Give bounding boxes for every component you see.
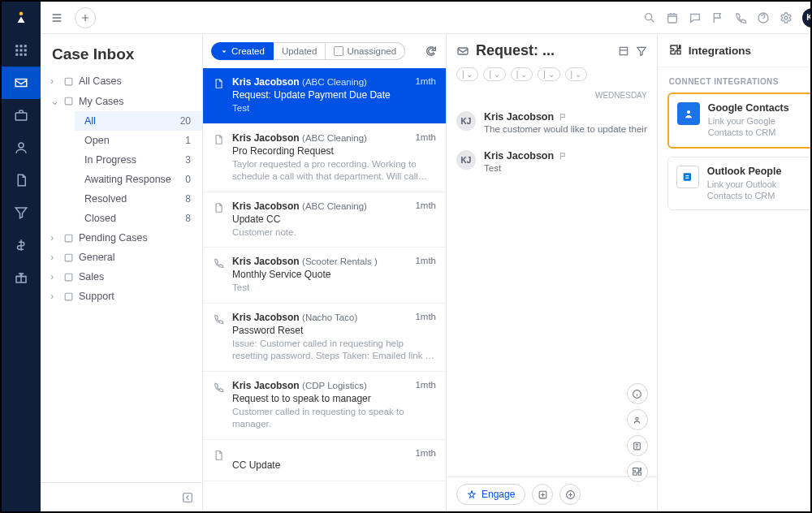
integrations-panel: Integrations CONNECT INTEGRATIONS Google… [658, 34, 812, 511]
refresh-icon[interactable] [425, 45, 438, 58]
rail-billing[interactable] [2, 229, 41, 261]
rail-gift[interactable] [2, 261, 41, 294]
phone-icon[interactable] [734, 11, 747, 24]
top-bar: KJ [41, 2, 812, 34]
filter-all[interactable]: All20 [75, 111, 202, 131]
rail-apps[interactable] [2, 34, 41, 67]
integration-google[interactable]: Google ContactsLink your Google Contacts… [667, 93, 812, 149]
message[interactable]: KJKris Jacobson Test [447, 142, 657, 181]
sidebar: Case Inbox › All Cases ⌄ My Cases All20O… [41, 34, 203, 511]
tab-updated[interactable]: Updated [274, 42, 326, 60]
left-rail [2, 2, 41, 511]
folder-general[interactable]: ›General [41, 248, 202, 267]
svg-rect-19 [65, 235, 72, 242]
panel-section-label: CONNECT INTEGRATIONS [658, 67, 812, 93]
filter-in-progress[interactable]: In Progress3 [75, 150, 202, 170]
collapse-sidebar-icon[interactable] [181, 491, 194, 504]
close-icon[interactable] [809, 45, 812, 56]
tag[interactable]: | ⌄ [538, 67, 559, 81]
avatar: KJ [456, 111, 476, 131]
detail-title: Request: ... [476, 42, 611, 59]
tag-row: | ⌄ | ⌄ | ⌄ | ⌄ | ⌄ [447, 67, 657, 88]
search-icon[interactable] [643, 11, 656, 24]
puzzle-small-icon[interactable] [627, 461, 648, 482]
mail-icon [456, 45, 469, 58]
folder-icon [63, 76, 74, 87]
rail-docs[interactable] [2, 164, 41, 196]
case-item[interactable]: 1mthCC Update [203, 440, 446, 481]
folder-sales[interactable]: ›Sales [41, 267, 202, 287]
panel-title: Integrations [689, 45, 802, 57]
note-icon[interactable] [627, 435, 648, 456]
svg-point-0 [19, 12, 24, 16]
svg-rect-18 [65, 97, 72, 105]
info-icon[interactable] [627, 383, 648, 404]
rail-briefcase[interactable] [2, 99, 41, 131]
svg-rect-21 [65, 274, 72, 281]
svg-rect-4 [15, 50, 18, 52]
case-item[interactable]: Kris Jacobson (ABC Cleaning)1mthPro Reco… [203, 124, 446, 192]
case-item[interactable]: Kris Jacobson (ABC Cleaning)1mthRequest:… [203, 68, 446, 124]
archive-icon[interactable] [532, 484, 553, 505]
svg-point-11 [19, 143, 24, 148]
folder-support[interactable]: ›Support [41, 287, 202, 306]
svg-rect-9 [24, 54, 27, 56]
engage-button[interactable]: Engage [456, 484, 525, 505]
google-icon [677, 102, 700, 125]
help-icon[interactable] [757, 11, 770, 24]
svg-rect-1 [15, 45, 18, 47]
filter-resolved[interactable]: Resolved8 [75, 189, 202, 209]
flag-icon[interactable] [711, 11, 724, 24]
folder-pending-cases[interactable]: ›Pending Cases [41, 228, 202, 248]
flag-icon [559, 152, 568, 161]
page-title: Case Inbox [41, 45, 202, 71]
chat-icon[interactable] [689, 11, 702, 24]
calendar-icon[interactable] [666, 11, 679, 24]
add-icon[interactable] [559, 484, 581, 505]
menu-icon[interactable] [50, 11, 63, 24]
user-icon[interactable] [627, 409, 648, 430]
svg-point-13 [645, 13, 651, 19]
integration-outlook[interactable]: Outlook PeopleLink your Outlook Contacts… [667, 157, 812, 211]
flag-icon [559, 113, 568, 122]
tag[interactable]: | ⌄ [483, 67, 505, 81]
checkbox-icon [334, 46, 343, 56]
add-button[interactable] [75, 7, 96, 28]
case-item[interactable]: Kris Jacobson (Scooter Rentals )1mthMont… [203, 248, 446, 304]
rail-contacts[interactable] [2, 131, 41, 164]
layout-icon[interactable] [618, 45, 629, 57]
tree-my-cases[interactable]: ⌄ My Cases [41, 91, 202, 111]
avatar[interactable]: KJ [802, 8, 812, 28]
document-icon [213, 202, 226, 239]
filter-open[interactable]: Open1 [75, 131, 202, 150]
avatar: KJ [456, 150, 476, 170]
tree-all-cases[interactable]: › All Cases [41, 71, 202, 91]
filter-icon[interactable] [636, 45, 647, 57]
filter-closed[interactable]: Closed8 [75, 209, 202, 228]
case-item[interactable]: Kris Jacobson (CDP Logistics)1mthRequest… [203, 372, 446, 440]
case-item[interactable]: Kris Jacobson (Nacho Taco)1mthPassword R… [203, 304, 446, 372]
day-separator: WEDNESDAY [447, 88, 657, 103]
tag[interactable]: | ⌄ [565, 67, 587, 81]
svg-rect-20 [65, 254, 72, 261]
document-icon [213, 134, 226, 183]
svg-rect-5 [20, 50, 23, 52]
phone-icon [213, 257, 226, 295]
rail-funnel[interactable] [2, 196, 41, 229]
logo [2, 2, 41, 34]
settings-icon[interactable] [780, 11, 793, 24]
filter-awaiting-response[interactable]: Awaiting Response0 [75, 170, 202, 189]
svg-rect-3 [24, 45, 27, 47]
svg-rect-2 [20, 45, 23, 47]
document-icon [213, 78, 226, 115]
rail-inbox[interactable] [2, 67, 41, 99]
message[interactable]: KJKris Jacobson The customer would like … [447, 103, 657, 142]
tab-unassigned[interactable]: Unassigned [326, 42, 405, 60]
tab-created[interactable]: Created [211, 42, 274, 60]
svg-rect-17 [65, 78, 72, 85]
tag[interactable]: | ⌄ [456, 67, 478, 81]
phone-icon [213, 313, 226, 363]
case-item[interactable]: Kris Jacobson (ABC Cleaning)1mthUpdate C… [203, 192, 446, 248]
svg-rect-7 [15, 54, 18, 56]
tag[interactable]: | ⌄ [511, 67, 533, 81]
